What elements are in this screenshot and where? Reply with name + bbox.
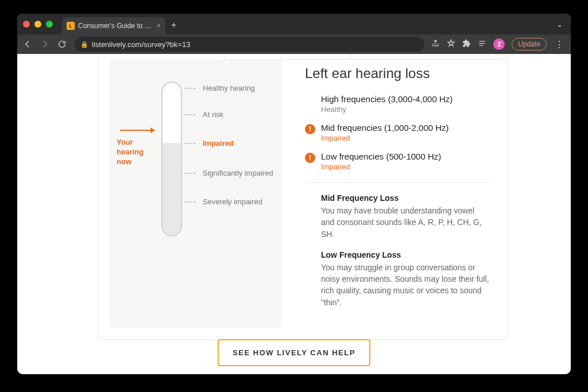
gauge-level: Severely impaired bbox=[184, 197, 262, 206]
hearing-gauge-panel: Your hearing now Healthy hearingAt riskI… bbox=[110, 60, 282, 328]
results-card: Your hearing now Healthy hearingAt riskI… bbox=[98, 54, 508, 340]
dotted-line-icon bbox=[184, 88, 196, 89]
back-button[interactable] bbox=[23, 40, 33, 49]
frequency-title: Low frequencies (500-1000 Hz) bbox=[321, 152, 441, 161]
frequency-text: Mid frequencies (1,000-2,000 Hz)Impaired bbox=[321, 123, 449, 142]
page-content: Your hearing now Healthy hearingAt riskI… bbox=[17, 54, 571, 374]
lock-icon: 🔒 bbox=[80, 41, 88, 48]
update-button[interactable]: Update bbox=[512, 38, 547, 51]
frequency-text: High frequencies (3,000-4,000 Hz)Healthy bbox=[321, 94, 452, 114]
new-tab-button[interactable]: + bbox=[171, 20, 176, 30]
cta-wrap: SEE HOW LIVELY CAN HELP bbox=[17, 339, 571, 366]
pointer-arrow-icon bbox=[120, 130, 154, 131]
icon-placeholder bbox=[305, 94, 315, 114]
toolbar: 🔒 listenlively.com/survey?bk=13 Z Update… bbox=[17, 34, 571, 54]
share-icon[interactable] bbox=[431, 39, 440, 50]
browser-tab[interactable]: L Consumer's Guide to Hearing A × bbox=[62, 17, 165, 34]
arrow-right-icon bbox=[40, 40, 49, 49]
url-text: listenlively.com/survey?bk=13 bbox=[92, 40, 190, 49]
gauge-level-label: Healthy hearing bbox=[203, 84, 255, 92]
chevron-down-icon: ⌄ bbox=[556, 20, 563, 29]
detail-body: You may have trouble understanding vowel… bbox=[321, 205, 490, 240]
browser-window: L Consumer's Guide to Hearing A × + ⌄ 🔒 … bbox=[17, 14, 571, 374]
detail-heading: Mid Frequency Loss bbox=[321, 193, 490, 203]
detail-heading: Low Frequency Loss bbox=[321, 250, 490, 259]
close-tab-icon[interactable]: × bbox=[157, 22, 161, 30]
gauge-level: Healthy hearing bbox=[184, 84, 255, 92]
gauge-level-label: Significantly impaired bbox=[203, 169, 273, 177]
dotted-line-icon bbox=[184, 114, 196, 115]
maximize-window-button[interactable] bbox=[46, 21, 53, 28]
pointer-label: Your hearing now bbox=[117, 138, 152, 167]
frequency-title: High frequencies (3,000-4,000 Hz) bbox=[321, 94, 452, 104]
frequency-status: Impaired bbox=[321, 134, 449, 142]
dotted-line-icon bbox=[184, 173, 196, 174]
toolbar-right: Z Update ⋮ bbox=[431, 38, 565, 51]
cta-button[interactable]: SEE HOW LIVELY CAN HELP bbox=[218, 339, 370, 366]
reading-list-icon[interactable] bbox=[478, 39, 486, 50]
tabstrip-overflow[interactable]: ⌄ bbox=[556, 19, 563, 29]
detail-block: Low Frequency LossYou may struggle in gr… bbox=[321, 250, 490, 308]
frequency-row: High frequencies (3,000-4,000 Hz)Healthy bbox=[305, 94, 490, 114]
thermometer-gauge bbox=[161, 81, 182, 236]
gauge-level: Significantly impaired bbox=[184, 169, 273, 177]
gauge-level: Impaired bbox=[184, 139, 234, 148]
profile-avatar[interactable]: Z bbox=[493, 38, 505, 50]
detail-body: You may struggle in group conversations … bbox=[321, 262, 490, 308]
menu-icon[interactable]: ⋮ bbox=[554, 39, 565, 50]
reload-icon bbox=[57, 40, 67, 49]
extensions-icon[interactable] bbox=[462, 39, 471, 50]
gauge-level-label: At risk bbox=[203, 110, 223, 119]
reload-button[interactable] bbox=[57, 40, 68, 49]
gauge-level-label: Impaired bbox=[203, 139, 234, 148]
warning-icon: ! bbox=[305, 124, 315, 134]
divider bbox=[305, 183, 490, 183]
frequency-status: Healthy bbox=[321, 105, 452, 114]
tab-strip: L Consumer's Guide to Hearing A × + ⌄ bbox=[17, 14, 571, 34]
dotted-line-icon bbox=[184, 201, 196, 203]
close-window-button[interactable] bbox=[23, 21, 30, 28]
results-title: Left ear hearing loss bbox=[305, 65, 490, 81]
warning-icon: ! bbox=[305, 153, 315, 163]
favicon-icon: L bbox=[67, 22, 75, 30]
arrow-left-icon bbox=[23, 40, 32, 49]
forward-button[interactable] bbox=[40, 40, 51, 49]
window-controls bbox=[23, 21, 53, 28]
frequency-row: !Mid frequencies (1,000-2,000 Hz)Impaire… bbox=[305, 123, 490, 142]
frequency-text: Low frequencies (500-1000 Hz)Impaired bbox=[321, 152, 441, 171]
gauge-fill bbox=[163, 143, 181, 235]
dotted-line-icon bbox=[184, 143, 196, 144]
gauge-level-label: Severely impaired bbox=[203, 197, 262, 206]
bookmark-icon[interactable] bbox=[447, 39, 455, 50]
detail-block: Mid Frequency LossYou may have trouble u… bbox=[321, 193, 490, 240]
gauge-level: At risk bbox=[184, 110, 223, 119]
results-panel: Left ear hearing loss High frequencies (… bbox=[282, 54, 507, 339]
minimize-window-button[interactable] bbox=[34, 21, 41, 28]
address-bar[interactable]: 🔒 listenlively.com/survey?bk=13 bbox=[75, 37, 424, 52]
frequency-row: !Low frequencies (500-1000 Hz)Impaired bbox=[305, 152, 490, 171]
frequency-status: Impaired bbox=[321, 162, 441, 171]
frequency-title: Mid frequencies (1,000-2,000 Hz) bbox=[321, 123, 449, 133]
tab-title: Consumer's Guide to Hearing A bbox=[78, 22, 153, 30]
